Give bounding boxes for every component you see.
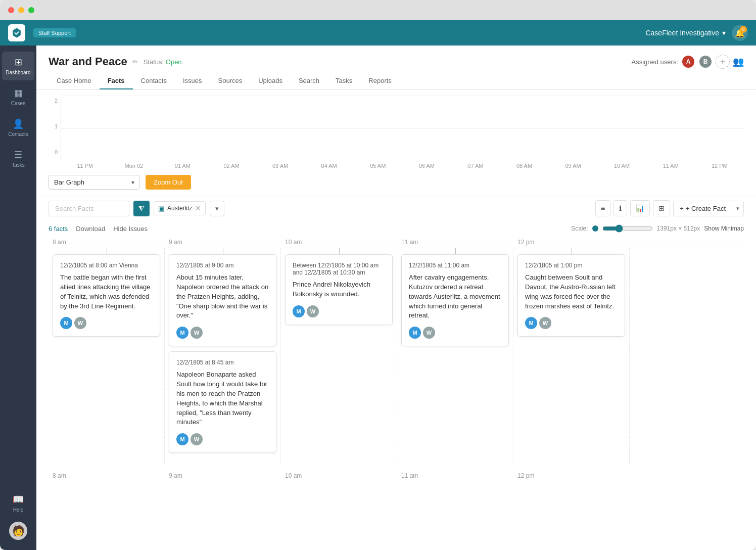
app-logo[interactable] bbox=[8, 24, 25, 41]
filter-dropdown-button[interactable]: ▾ bbox=[210, 201, 224, 216]
facts-count-row: 6 facts Download Hide Issues Scale: 1391… bbox=[36, 220, 756, 237]
notification-count: 0 bbox=[740, 26, 747, 33]
fact-avatar-1: W bbox=[423, 327, 435, 339]
tab-uploads[interactable]: Uploads bbox=[250, 73, 291, 89]
tab-search[interactable]: Search bbox=[291, 73, 327, 89]
filter-button[interactable]: ⧨ bbox=[133, 201, 150, 216]
fact-avatar-0: M bbox=[176, 433, 188, 445]
tab-issues[interactable]: Issues bbox=[175, 73, 210, 89]
content-header: War and Peace ✏ Status: Open Assigned us… bbox=[36, 45, 756, 69]
fact-card-text: Caught between Soult and Davout, the Aus… bbox=[525, 273, 618, 311]
grid-icon: ⊞ bbox=[658, 204, 665, 212]
chart-container: 2 1 0 11 PM bbox=[36, 89, 756, 169]
zoom-out-button[interactable]: Zoom Out bbox=[146, 175, 191, 190]
app-name[interactable]: CaseFleet Investigative ▾ bbox=[645, 29, 726, 37]
fact-card[interactable]: 12/2/1805 at 8:45 amNapoleon Bonaparte a… bbox=[169, 351, 276, 453]
timeline-top-label-4: 12 pm bbox=[513, 239, 630, 246]
fact-card-avatars: MW bbox=[60, 317, 153, 329]
case-name: War and Peace bbox=[49, 55, 127, 68]
tab-reports[interactable]: Reports bbox=[360, 73, 400, 89]
fact-card[interactable]: 12/2/1805 at 9:00 amAbout 15 minutes lat… bbox=[169, 254, 276, 346]
austerlitz-tag: ▣ Austerlitz ✕ bbox=[154, 201, 206, 215]
grid-icon: ⊞ bbox=[15, 57, 22, 68]
assigned-user-1[interactable]: A bbox=[681, 55, 695, 69]
info-button[interactable]: ℹ bbox=[613, 200, 627, 216]
fact-card-date: 12/2/1805 at 8:45 am bbox=[176, 359, 269, 366]
tab-tasks[interactable]: Tasks bbox=[327, 73, 360, 89]
main-content: War and Peace ✏ Status: Open Assigned us… bbox=[36, 45, 756, 550]
timeline-container: 8 am9 am10 am11 am12 pm 12/2/1805 at 8:0… bbox=[36, 237, 756, 481]
list-view-button[interactable]: ≡ bbox=[595, 200, 610, 216]
tab-contacts[interactable]: Contacts bbox=[133, 73, 175, 89]
graph-type-wrapper: Bar Graph Line Graph Scatter bbox=[49, 175, 139, 190]
graph-type-select[interactable]: Bar Graph Line Graph Scatter bbox=[49, 175, 139, 190]
fact-card[interactable]: Between 12/2/1805 at 10:00 am and 12/2/1… bbox=[285, 254, 393, 325]
fact-avatar-1: W bbox=[191, 433, 203, 445]
tab-case-home[interactable]: Case Home bbox=[49, 73, 100, 89]
fact-avatar-1: W bbox=[539, 317, 551, 329]
fact-card[interactable]: 12/2/1805 at 11:00 amAfter cavalry engag… bbox=[401, 254, 509, 346]
tab-nav: Case Home Facts Contacts Issues Sources … bbox=[36, 69, 756, 89]
plus-icon: + bbox=[680, 205, 684, 212]
y-label-2: 2 bbox=[49, 98, 58, 104]
search-facts-input[interactable] bbox=[49, 201, 129, 216]
assigned-user-2[interactable]: B bbox=[698, 55, 713, 69]
manage-users-button[interactable]: 👥 bbox=[733, 56, 744, 67]
user-avatar-sidebar[interactable]: 🧑 bbox=[9, 522, 27, 540]
right-controls: ≡ ℹ 📊 ⊞ + bbox=[595, 200, 744, 216]
sidebar-item-cases[interactable]: ▦ Cases bbox=[2, 82, 34, 111]
sidebar-item-contacts[interactable]: 👤 Contacts bbox=[2, 113, 34, 142]
edit-icon[interactable]: ✏ bbox=[132, 58, 138, 66]
chart-plot-area bbox=[61, 96, 744, 161]
sidebar-item-tasks[interactable]: ☰ Tasks bbox=[2, 144, 34, 173]
chart-button[interactable]: 📊 bbox=[630, 200, 650, 216]
timeline-top-label-3: 11 am bbox=[397, 239, 513, 246]
minimize-dot[interactable] bbox=[18, 7, 24, 13]
chart-bars bbox=[61, 96, 744, 161]
notification-bell[interactable]: 🔔 0 bbox=[732, 25, 748, 41]
show-minimap-button[interactable]: Show Minimap bbox=[704, 225, 744, 232]
timeline-top-label-1: 9 am bbox=[165, 239, 281, 246]
list-icon: ≡ bbox=[601, 204, 605, 212]
cases-icon: ▦ bbox=[14, 87, 23, 99]
contacts-icon: 👤 bbox=[13, 118, 24, 129]
fact-avatar-0: M bbox=[409, 327, 421, 339]
timeline-bottom-label-1: 9 am bbox=[165, 472, 281, 479]
timeline-bottom-label-2: 10 am bbox=[281, 472, 397, 479]
tab-facts[interactable]: Facts bbox=[100, 73, 133, 89]
maximize-dot[interactable] bbox=[28, 7, 34, 13]
close-dot[interactable] bbox=[8, 7, 14, 13]
staff-support-badge[interactable]: Staff Support bbox=[33, 28, 76, 37]
x-label-3: 02 AM bbox=[207, 163, 256, 169]
info-icon: ℹ bbox=[619, 204, 622, 212]
tab-sources[interactable]: Sources bbox=[210, 73, 251, 89]
fact-avatar-0: M bbox=[176, 327, 188, 339]
fact-card[interactable]: 12/2/1805 at 1:00 pmCaught between Soult… bbox=[517, 254, 625, 337]
scale-slider[interactable] bbox=[602, 224, 653, 233]
download-link[interactable]: Download bbox=[76, 225, 105, 233]
x-label-2: 01 AM bbox=[158, 163, 207, 169]
controls-row: Bar Graph Line Graph Scatter Zoom Out bbox=[36, 169, 756, 196]
fact-avatar-1: W bbox=[74, 317, 86, 329]
fact-avatar-0: M bbox=[293, 305, 305, 317]
sidebar-item-dashboard[interactable]: ⊞ Dashboard bbox=[2, 52, 34, 80]
grid-view-button[interactable]: ⊞ bbox=[653, 200, 670, 216]
x-label-7: 06 AM bbox=[402, 163, 451, 169]
fact-card[interactable]: 12/2/1805 at 8:00 am ViennaThe battle be… bbox=[53, 254, 160, 337]
titlebar bbox=[0, 0, 756, 20]
tag-icon: ▣ bbox=[158, 205, 164, 212]
y-label-1: 1 bbox=[49, 123, 58, 129]
tasks-icon: ☰ bbox=[14, 149, 22, 160]
create-fact-dropdown-button[interactable]: ▾ bbox=[732, 201, 743, 216]
hide-issues-link[interactable]: Hide Issues bbox=[113, 225, 148, 233]
fact-card-date: 12/2/1805 at 8:00 am Vienna bbox=[60, 262, 153, 269]
fact-card-date: 12/2/1805 at 9:00 am bbox=[176, 262, 269, 269]
add-user-button[interactable]: + bbox=[716, 55, 730, 69]
sidebar-item-help[interactable]: 📖 Help bbox=[2, 489, 34, 518]
tag-remove-button[interactable]: ✕ bbox=[195, 204, 201, 212]
timeline-content: 12/2/1805 at 8:00 am ViennaThe battle be… bbox=[49, 248, 744, 470]
x-label-9: 08 AM bbox=[500, 163, 549, 169]
create-fact-button[interactable]: + + Create Fact bbox=[674, 201, 732, 216]
bar-chart-icon: 📊 bbox=[636, 204, 644, 212]
fact-card-avatars: MW bbox=[409, 327, 501, 339]
